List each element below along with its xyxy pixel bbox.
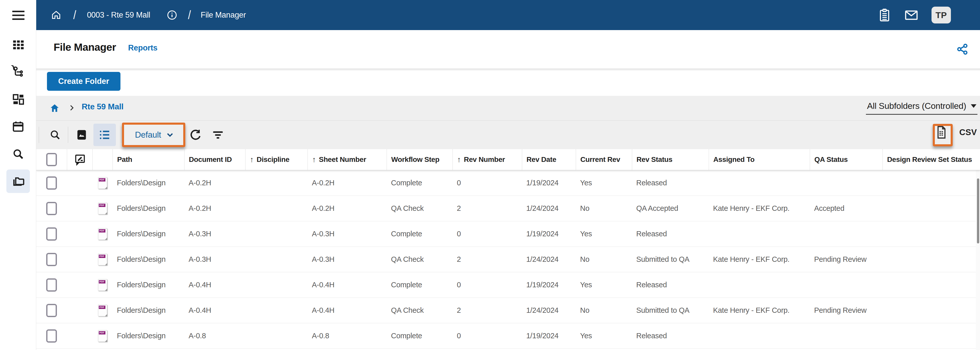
clipboard-icon[interactable] bbox=[878, 8, 891, 22]
cell-rev_number: 2 bbox=[452, 298, 522, 323]
create-folder-button[interactable]: Create Folder bbox=[47, 72, 121, 91]
header-workflow_step[interactable]: Workflow Step bbox=[387, 149, 452, 170]
subfolder-scope-dropdown[interactable]: All Subfolders (Controlled) bbox=[866, 101, 977, 115]
header-annotations[interactable] bbox=[67, 149, 92, 170]
cell-qa_status: Pending Review bbox=[810, 247, 883, 272]
csv-export-label[interactable]: CSV bbox=[959, 127, 977, 137]
pdf-label: PDF bbox=[99, 229, 105, 233]
table-row[interactable]: PDF Folders\DesignA-0.2HA-0.2HComplete01… bbox=[36, 170, 980, 196]
sidebar-item-file-manager[interactable] bbox=[6, 169, 30, 193]
search-icon bbox=[11, 147, 25, 161]
page-title: File Manager bbox=[54, 41, 116, 53]
cell-document_id: A-0.3H bbox=[184, 247, 245, 272]
header-label: Current Rev bbox=[580, 155, 620, 164]
cell-assigned_to bbox=[709, 170, 810, 195]
info-icon[interactable] bbox=[166, 9, 178, 21]
cell-select[interactable] bbox=[36, 323, 67, 348]
cell-select[interactable] bbox=[36, 196, 67, 221]
csv-export-group: CSV bbox=[934, 125, 977, 140]
row-checkbox[interactable] bbox=[46, 202, 57, 215]
sidebar-item-apps[interactable] bbox=[6, 33, 30, 57]
row-checkbox[interactable] bbox=[46, 153, 57, 166]
cell-workflow_step: Complete bbox=[387, 170, 452, 195]
breadcrumb-project[interactable]: 0003 - Rte 59 Mall bbox=[87, 11, 150, 20]
cell-file_type: PDF bbox=[92, 196, 113, 221]
header-assigned_to[interactable]: Assigned To bbox=[709, 149, 810, 170]
table-row[interactable]: PDF Folders\DesignA-0.2HA-0.2HQA Check21… bbox=[36, 196, 980, 221]
header-rev_date[interactable]: Rev Date bbox=[522, 149, 576, 170]
user-avatar[interactable]: TP bbox=[932, 6, 951, 24]
header-label: Discipline bbox=[257, 155, 290, 164]
reports-link[interactable]: Reports bbox=[128, 43, 158, 52]
table-search-icon[interactable] bbox=[48, 128, 62, 142]
header-discipline[interactable]: ↑Discipline bbox=[245, 149, 307, 170]
sort-arrow-icon: ↑ bbox=[250, 155, 254, 164]
row-checkbox[interactable] bbox=[46, 279, 57, 291]
table-row[interactable]: PDF Folders\DesignA-0.3HA-0.3HQA Check21… bbox=[36, 247, 980, 272]
table-row[interactable]: PDF Folders\DesignA-0.8A-0.8Complete01/1… bbox=[36, 323, 980, 349]
csv-file-icon[interactable] bbox=[934, 125, 948, 140]
cell-select[interactable] bbox=[36, 170, 67, 195]
cell-select[interactable] bbox=[36, 221, 67, 247]
pdf-fold-corner bbox=[105, 212, 107, 214]
thumbnail-view-icon[interactable] bbox=[75, 128, 89, 142]
cell-design_review_set_status bbox=[883, 298, 980, 323]
header-rev_status[interactable]: Rev Status bbox=[632, 149, 709, 170]
view-preset-dropdown[interactable]: Default bbox=[128, 126, 182, 144]
pdf-fold-corner bbox=[105, 238, 107, 240]
mail-icon[interactable] bbox=[904, 9, 919, 21]
cell-assigned_to: Kate Henry - EKF Corp. bbox=[709, 247, 810, 272]
row-checkbox[interactable] bbox=[46, 176, 57, 190]
cell-select[interactable] bbox=[36, 298, 67, 323]
table-row[interactable]: PDF Folders\DesignA-0.3HA-0.3HComplete01… bbox=[36, 221, 980, 247]
annotation-comment-icon bbox=[73, 153, 86, 166]
folder-home-icon[interactable] bbox=[49, 103, 60, 114]
sidebar-item-calendar[interactable] bbox=[6, 115, 30, 138]
cell-select[interactable] bbox=[36, 247, 67, 272]
pdf-file-icon: PDF bbox=[98, 305, 107, 316]
header-qa_status[interactable]: QA Status bbox=[810, 149, 883, 170]
cell-rev_number: 0 bbox=[452, 323, 522, 348]
table-row[interactable]: PDF Folders\DesignA-0.4HA-0.4HComplete01… bbox=[36, 272, 980, 298]
list-view-selected[interactable] bbox=[94, 124, 116, 146]
sidebar-item-workflow[interactable] bbox=[6, 60, 30, 84]
row-checkbox[interactable] bbox=[46, 329, 57, 343]
vertical-scrollbar-thumb[interactable] bbox=[977, 179, 979, 244]
row-checkbox[interactable] bbox=[46, 304, 57, 317]
file-table: PathDocument ID↑Discipline↑Sheet NumberW… bbox=[36, 149, 980, 350]
cell-rev_status: Released bbox=[632, 170, 709, 195]
cell-sheet_number: A-0.2H bbox=[307, 196, 387, 221]
table-toolbar: Default bbox=[36, 120, 980, 149]
sidebar-item-search[interactable] bbox=[6, 142, 30, 166]
header-document_id[interactable]: Document ID bbox=[184, 149, 245, 170]
table-body: PDF Folders\DesignA-0.2HA-0.2HComplete01… bbox=[36, 170, 980, 349]
sidebar-item-dashboard[interactable] bbox=[6, 88, 30, 111]
cell-document_id: A-0.4H bbox=[184, 272, 245, 298]
header-select[interactable] bbox=[36, 149, 67, 170]
cell-qa_status bbox=[810, 323, 883, 348]
share-icon[interactable] bbox=[955, 41, 970, 57]
menu-icon[interactable] bbox=[11, 9, 25, 21]
header-sheet_number[interactable]: ↑Sheet Number bbox=[307, 149, 387, 170]
home-breadcrumb-icon[interactable] bbox=[50, 9, 62, 21]
cell-rev_date: 1/19/2024 bbox=[522, 221, 576, 247]
row-checkbox[interactable] bbox=[46, 227, 57, 241]
header-label: Sheet Number bbox=[319, 155, 366, 164]
header-current_rev[interactable]: Current Rev bbox=[576, 149, 632, 170]
table-row[interactable]: PDF Folders\DesignA-0.4HA-0.4HQA Check21… bbox=[36, 298, 980, 323]
cell-document_id: A-0.2H bbox=[184, 196, 245, 221]
cell-rev_status: Released bbox=[632, 272, 709, 298]
cell-select[interactable] bbox=[36, 272, 67, 298]
cell-document_id: A-0.8 bbox=[184, 323, 245, 348]
header-path[interactable]: Path bbox=[113, 149, 184, 170]
current-folder-link[interactable]: Rte 59 Mall bbox=[82, 102, 124, 111]
refresh-icon[interactable] bbox=[188, 128, 203, 142]
pdf-fold-corner bbox=[105, 339, 107, 342]
header-design_review_set_status[interactable]: Design Review Set Status bbox=[883, 149, 980, 170]
header-rev_number[interactable]: ↑Rev Number bbox=[452, 149, 522, 170]
filter-icon[interactable] bbox=[211, 128, 225, 142]
row-checkbox[interactable] bbox=[46, 253, 57, 266]
cell-path: Folders\Design bbox=[113, 196, 184, 221]
header-file_type[interactable] bbox=[92, 149, 113, 170]
cell-assigned_to: Kate Henry - EKF Corp. bbox=[709, 298, 810, 323]
